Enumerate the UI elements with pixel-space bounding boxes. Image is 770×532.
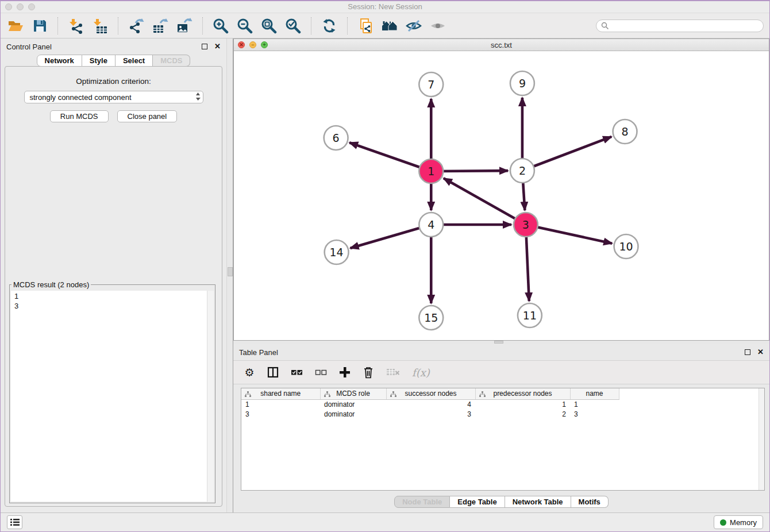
- open-session-button[interactable]: [6, 17, 25, 35]
- deselect-all-columns-button[interactable]: [315, 365, 327, 380]
- refresh-button[interactable]: [320, 17, 338, 35]
- table-row[interactable]: 3dominator323: [241, 409, 619, 419]
- zoom-fit-icon: [261, 18, 277, 34]
- task-history-button[interactable]: [7, 515, 22, 529]
- apply-function-button[interactable]: f(x): [412, 365, 430, 380]
- column-header[interactable]: MCDS role: [320, 388, 386, 399]
- window-close-icon[interactable]: [5, 3, 12, 10]
- search-input[interactable]: [612, 21, 759, 30]
- window-minimize-icon[interactable]: [17, 3, 24, 10]
- tab-mcds[interactable]: MCDS: [153, 55, 190, 67]
- tab-network[interactable]: Network: [37, 55, 82, 67]
- splitter-handle[interactable]: [494, 341, 503, 344]
- select-all-columns-button[interactable]: [291, 365, 303, 380]
- criterion-dropdown[interactable]: strongly connected component: [24, 91, 203, 103]
- zoom-out-icon: [237, 18, 253, 34]
- mcds-result-box: MCDS result (2 nodes) 1 3: [9, 280, 215, 503]
- column-header[interactable]: successor nodes: [386, 388, 475, 399]
- tab-node-table[interactable]: Node Table: [394, 496, 450, 508]
- table-scrollbar[interactable]: [759, 388, 764, 490]
- graph-edge-1-6[interactable]: [349, 142, 431, 171]
- table-cell[interactable]: 1: [475, 399, 570, 409]
- window-controls: [5, 3, 35, 10]
- column-header[interactable]: predecessor nodes: [475, 388, 570, 399]
- tab-style[interactable]: Style: [82, 55, 116, 67]
- network-canvas[interactable]: 7968124314101511: [234, 51, 769, 340]
- horizontal-splitter[interactable]: [233, 341, 769, 344]
- column-header[interactable]: name: [570, 388, 619, 399]
- column-type-icon: [479, 391, 486, 397]
- memory-button-label: Memory: [730, 518, 757, 527]
- show-columns-button[interactable]: [267, 365, 279, 380]
- zoom-in-button[interactable]: [211, 17, 230, 35]
- tab-edge-table[interactable]: Edge Table: [450, 496, 505, 508]
- network-close-icon[interactable]: ✕: [238, 41, 245, 48]
- application-window: Session: New Session: [0, 0, 770, 532]
- graph-edge-2-8[interactable]: [522, 137, 611, 171]
- zoom-in-icon: [213, 18, 229, 34]
- tab-motifs[interactable]: Motifs: [571, 496, 609, 508]
- home-button[interactable]: [380, 17, 399, 35]
- export-network-button[interactable]: [127, 17, 145, 35]
- column-header[interactable]: shared name: [241, 388, 320, 399]
- tab-select[interactable]: Select: [116, 55, 153, 67]
- import-network-button[interactable]: [67, 17, 85, 35]
- control-panel: Control Panel ✕ Network Style Select MCD…: [1, 38, 226, 512]
- zoom-fit-button[interactable]: [260, 17, 278, 35]
- table-cell[interactable]: 2: [475, 409, 570, 419]
- tab-network-table[interactable]: Network Table: [505, 496, 571, 508]
- dropdown-stepper-icon: [195, 92, 201, 103]
- close-panel-icon[interactable]: ✕: [757, 349, 764, 355]
- result-scrollbar[interactable]: [207, 291, 214, 502]
- run-mcds-button[interactable]: Run MCDS: [50, 110, 109, 122]
- table-cell[interactable]: 3: [241, 409, 320, 419]
- vertical-splitter[interactable]: [226, 38, 233, 512]
- window-zoom-icon[interactable]: [28, 3, 35, 10]
- memory-button[interactable]: Memory: [714, 515, 763, 529]
- add-column-button[interactable]: [339, 365, 351, 380]
- table-cell[interactable]: 1: [570, 399, 619, 409]
- graph-edge-3-10[interactable]: [526, 225, 612, 244]
- float-panel-icon[interactable]: [745, 349, 750, 355]
- close-panel-button[interactable]: Close panel: [117, 110, 178, 122]
- deselect-all-columns-icon: [315, 368, 327, 376]
- memory-status-icon: [720, 519, 726, 526]
- export-table-button[interactable]: [151, 17, 170, 35]
- network-window-title: scc.txt: [234, 41, 769, 49]
- table-cell[interactable]: 1: [241, 399, 320, 409]
- table-cell[interactable]: 3: [386, 409, 475, 419]
- hide-selected-button[interactable]: [405, 17, 423, 35]
- copy-network-button[interactable]: [356, 17, 375, 35]
- network-zoom-icon[interactable]: +: [261, 41, 268, 48]
- save-session-button[interactable]: [30, 17, 49, 35]
- graph-node-label: 1: [428, 165, 434, 178]
- table-cell[interactable]: 3: [570, 409, 619, 419]
- delete-column-button[interactable]: [363, 365, 374, 380]
- zoom-selected-button[interactable]: [284, 17, 302, 35]
- status-bar: Memory: [1, 512, 769, 531]
- delete-table-button[interactable]: [386, 365, 400, 380]
- graph-edge-3-1[interactable]: [444, 178, 526, 225]
- float-panel-icon[interactable]: [202, 44, 207, 49]
- table-cell[interactable]: 4: [386, 399, 475, 409]
- toolbar-separator: [311, 17, 311, 34]
- table-cell[interactable]: dominator: [320, 399, 386, 409]
- import-table-button[interactable]: [91, 17, 109, 35]
- splitter-handle[interactable]: [228, 267, 233, 276]
- mcds-result-list[interactable]: 1 3: [11, 291, 214, 311]
- export-image-icon: [176, 18, 192, 34]
- search-field[interactable]: [596, 20, 764, 32]
- close-panel-icon[interactable]: ✕: [214, 44, 221, 49]
- add-column-icon: [339, 367, 351, 378]
- zoom-out-button[interactable]: [236, 17, 254, 35]
- settings-gear-button[interactable]: ⚙: [244, 365, 255, 380]
- home-icon: [382, 18, 398, 34]
- graph-node-label: 14: [330, 246, 344, 259]
- table-row[interactable]: 1dominator411: [241, 399, 619, 409]
- network-minimize-icon[interactable]: −: [249, 41, 256, 48]
- export-image-button[interactable]: [175, 17, 194, 35]
- main-toolbar: [1, 13, 769, 38]
- column-header-label: MCDS role: [336, 390, 370, 398]
- show-all-button[interactable]: [429, 17, 447, 35]
- table-cell[interactable]: dominator: [320, 409, 386, 419]
